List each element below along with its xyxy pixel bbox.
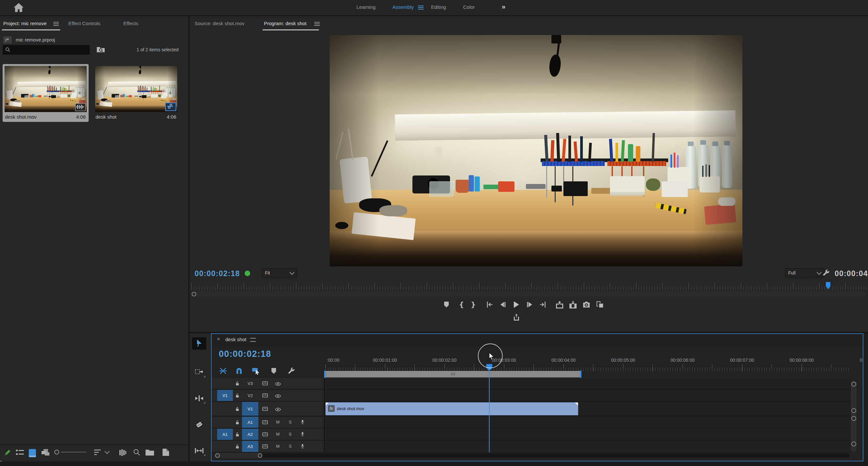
- freeform-view-icon[interactable]: [40, 448, 50, 457]
- clip-desk-shot-mov[interactable]: fx desk shot.mov: [326, 402, 578, 415]
- sync-lock-icon[interactable]: [262, 420, 268, 426]
- timeline-h-scrollbar[interactable]: [214, 453, 851, 458]
- track-label[interactable]: A3: [242, 441, 258, 452]
- go-to-in-button[interactable]: [484, 299, 496, 310]
- tab-effects[interactable]: Effects: [123, 21, 138, 26]
- lock-icon[interactable]: [235, 432, 240, 438]
- go-to-out-button[interactable]: [537, 299, 549, 310]
- scroll-handle[interactable]: [258, 453, 262, 458]
- tab-source-monitor[interactable]: Source: desk shot.mov: [195, 21, 245, 26]
- mark-out-button[interactable]: }: [467, 299, 479, 310]
- track-lane-a3[interactable]: [326, 441, 851, 453]
- track-lane-a2[interactable]: [326, 429, 851, 440]
- play-button[interactable]: [510, 299, 522, 310]
- timeline-playhead-line[interactable]: [489, 365, 490, 452]
- tab-program-monitor[interactable]: Program: desk shot: [264, 21, 306, 26]
- track-label[interactable]: V3: [242, 378, 258, 389]
- find-icon[interactable]: [133, 448, 141, 456]
- h-scroll-thumb[interactable]: [257, 453, 850, 458]
- sync-lock-icon[interactable]: [262, 381, 268, 387]
- linked-selection-icon[interactable]: [251, 367, 261, 375]
- folder-search-icon[interactable]: [96, 45, 105, 55]
- export-frame-button[interactable]: [580, 299, 593, 310]
- fx-badge[interactable]: fx: [328, 405, 335, 412]
- track-label[interactable]: A1: [242, 417, 258, 428]
- zoom-bar-right-cap[interactable]: [580, 371, 582, 378]
- track-output-eye-icon[interactable]: [275, 394, 281, 399]
- item-name[interactable]: desk shot: [95, 114, 117, 120]
- scroll-handle[interactable]: [851, 408, 856, 413]
- time-ruler[interactable]: :00:00 00:00:01:00 00:00:02:00 00:00:03:…: [326, 358, 863, 371]
- program-preview[interactable]: [330, 35, 742, 266]
- sort-icon[interactable]: [94, 449, 101, 456]
- mute-button[interactable]: M: [276, 432, 280, 437]
- new-item-icon[interactable]: [161, 448, 169, 456]
- program-scrollbar[interactable]: [191, 292, 866, 296]
- close-sequence-icon[interactable]: ×: [217, 336, 220, 342]
- track-output-eye-icon[interactable]: [275, 407, 281, 413]
- source-patch-v1[interactable]: V1: [217, 390, 233, 401]
- voiceover-mic-icon[interactable]: [301, 419, 305, 426]
- list-view-icon[interactable]: [16, 449, 24, 456]
- workspace-tab-assembly[interactable]: Assembly: [393, 4, 414, 10]
- program-scrub-ruler[interactable]: [191, 282, 868, 291]
- nest-toggle-icon[interactable]: [219, 367, 227, 375]
- razor-tool[interactable]: [192, 418, 206, 431]
- timeline-zoom-bar[interactable]: [324, 371, 582, 377]
- playback-quality-select[interactable]: Full: [785, 268, 824, 277]
- area-divider[interactable]: [189, 332, 868, 333]
- home-icon[interactable]: [13, 3, 24, 14]
- scroll-handle[interactable]: [192, 292, 196, 296]
- solo-button[interactable]: S: [289, 432, 292, 437]
- project-item-desk-shot-sequence[interactable]: desk shot 4:06: [93, 64, 179, 122]
- track-label[interactable]: V2: [242, 390, 258, 401]
- tab-project[interactable]: Project: mic remove: [3, 21, 47, 26]
- sequence-tab[interactable]: × desk shot: [212, 334, 863, 346]
- workspace-tab-learning[interactable]: Learning: [356, 4, 375, 10]
- zoom-level-select[interactable]: Fit: [261, 268, 297, 277]
- workspace-tab-color[interactable]: Color: [463, 4, 475, 10]
- sync-lock-icon[interactable]: [262, 406, 268, 412]
- tab-effect-controls[interactable]: Effect Controls: [68, 21, 100, 26]
- voiceover-mic-icon[interactable]: [301, 443, 305, 450]
- sync-lock-icon[interactable]: [262, 444, 268, 450]
- mark-in-button[interactable]: {: [455, 299, 468, 310]
- step-forward-button[interactable]: [523, 299, 536, 310]
- lock-icon[interactable]: [235, 406, 240, 413]
- zoom-bar-grip[interactable]: [451, 373, 456, 375]
- program-monitor-menu-icon[interactable]: [314, 24, 320, 24]
- sort-chevron-icon[interactable]: [105, 449, 110, 454]
- voiceover-mic-icon[interactable]: [301, 431, 305, 438]
- mute-button[interactable]: M: [276, 420, 280, 425]
- scroll-handle[interactable]: [851, 441, 856, 446]
- lock-icon[interactable]: [235, 393, 240, 399]
- timeline-settings-wrench-icon[interactable]: [287, 367, 295, 375]
- track-lane-v3[interactable]: [326, 378, 851, 390]
- track-select-forward-tool[interactable]: [192, 366, 206, 378]
- track-output-eye-icon[interactable]: [275, 381, 281, 387]
- mute-button[interactable]: M: [276, 444, 280, 449]
- item-name[interactable]: desk shot.mov: [5, 114, 37, 120]
- header-content-divider[interactable]: [324, 378, 325, 452]
- track-lane-a1[interactable]: [326, 417, 851, 428]
- icon-view-icon[interactable]: [29, 449, 36, 457]
- sync-lock-icon[interactable]: [262, 432, 268, 438]
- new-bin-icon[interactable]: [145, 449, 154, 456]
- track-label[interactable]: V1: [242, 402, 258, 416]
- lock-icon[interactable]: [235, 444, 240, 450]
- comparison-view-button[interactable]: [594, 299, 606, 310]
- extract-button[interactable]: [567, 299, 579, 310]
- scroll-handle[interactable]: [851, 382, 856, 387]
- monitor-settings-wrench-icon[interactable]: [822, 269, 830, 277]
- track-label[interactable]: A2: [242, 429, 258, 440]
- lock-icon[interactable]: [235, 420, 240, 426]
- scroll-handle[interactable]: [851, 416, 856, 421]
- sync-lock-icon[interactable]: [262, 393, 268, 399]
- slip-tool[interactable]: [192, 444, 206, 457]
- project-panel-menu-icon[interactable]: [53, 24, 59, 24]
- zoom-bar-left-cap[interactable]: [324, 371, 326, 378]
- snap-magnet-icon[interactable]: [235, 367, 243, 375]
- clip-fade-handle[interactable]: [575, 403, 578, 405]
- solo-button[interactable]: S: [289, 420, 292, 425]
- zoom-slider-track[interactable]: [61, 452, 86, 453]
